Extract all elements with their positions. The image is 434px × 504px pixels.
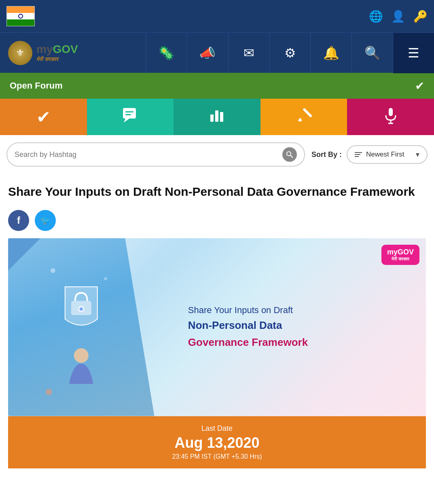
tabs-bar: ✔: [0, 99, 434, 135]
india-flag: [6, 6, 35, 26]
search-box: [6, 142, 305, 167]
article-image: Share Your Inputs on Draft Non-Personal …: [8, 238, 426, 416]
check-icon: ✔: [36, 107, 51, 127]
nav-bell-icon[interactable]: 🔔: [310, 33, 351, 73]
top-bar: 🌐 👤 🔑: [0, 0, 434, 32]
last-date-time: 23:45 PM IST (GMT +5.30 Hrs): [16, 453, 418, 460]
add-user-icon[interactable]: 👤: [391, 10, 405, 23]
sort-label: Sort By :: [311, 150, 342, 159]
dropdown-chevron-icon: ▾: [416, 150, 419, 159]
search-submit-icon[interactable]: [282, 147, 297, 162]
svg-point-18: [104, 277, 107, 280]
content-area: Share Your Inputs on Draft Non-Personal …: [0, 174, 434, 478]
search-input[interactable]: [15, 150, 282, 159]
svg-point-17: [51, 268, 55, 273]
sort-section: Sort By : Newest First ▾: [311, 145, 428, 164]
pencil-icon: [295, 106, 313, 128]
svg-marker-1: [124, 119, 129, 123]
svg-rect-2: [125, 111, 133, 112]
emblem-icon: ⚜: [8, 41, 32, 65]
mygov-logo[interactable]: myGOV मेरी सरकार: [36, 43, 78, 63]
forum-chevron-icon: ✔: [415, 79, 424, 93]
sort-lines-icon: [355, 152, 362, 157]
nav-bar: ⚜ myGOV मेरी सरकार 🦠 📣 ✉ ⚙ 🔔 🔍 ☰: [0, 32, 434, 73]
chart-icon: [208, 106, 226, 128]
facebook-icon: f: [17, 215, 20, 226]
svg-rect-7: [303, 108, 312, 117]
open-forum-label: Open Forum: [10, 80, 63, 91]
top-left-decor: [8, 238, 40, 271]
nav-covid-icon[interactable]: 🦠: [146, 33, 187, 73]
mygov-badge-text: myGOV: [387, 248, 414, 256]
key-icon[interactable]: 🔑: [413, 10, 428, 23]
tab-tasks[interactable]: ✔: [0, 99, 87, 135]
translate-icon[interactable]: 🌐: [369, 10, 383, 23]
svg-marker-8: [298, 118, 302, 121]
image-tagline-small: Share Your Inputs on Draft: [188, 305, 418, 316]
svg-rect-10: [389, 108, 393, 116]
nav-icons: 🦠 📣 ✉ ⚙ 🔔 🔍 ☰: [146, 33, 434, 73]
facebook-share-button[interactable]: f: [8, 210, 29, 231]
mygov-badge-subtext: मेरी सरकार: [387, 256, 414, 262]
tab-discussions[interactable]: [87, 99, 174, 135]
nav-announcement-icon[interactable]: 📣: [187, 33, 228, 73]
image-tagline-pink: Governance Framework: [188, 336, 418, 349]
tab-talks[interactable]: [347, 99, 434, 135]
nav-network-icon[interactable]: ⚙: [269, 33, 311, 73]
mic-icon: [382, 106, 400, 128]
svg-rect-4: [210, 114, 214, 122]
svg-rect-6: [220, 112, 223, 122]
sort-selected-value: Newest First: [366, 150, 412, 159]
image-tagline-bold: Non-Personal Data: [188, 319, 418, 332]
nav-search-icon[interactable]: 🔍: [351, 33, 393, 73]
social-icons: f 🐦: [8, 210, 426, 231]
top-icons: 🌐 👤 🔑: [369, 10, 428, 23]
last-date-value: Aug 13,2020: [16, 434, 418, 451]
article-title: Share Your Inputs on Draft Non-Personal …: [8, 184, 426, 200]
logo-section: ⚜ myGOV मेरी सरकार: [0, 41, 146, 65]
nav-menu-icon[interactable]: ☰: [393, 33, 434, 73]
sort-dropdown[interactable]: Newest First ▾: [347, 145, 428, 164]
gov-text: GOV: [53, 43, 78, 55]
svg-point-19: [46, 389, 52, 395]
svg-point-13: [287, 152, 291, 156]
svg-point-21: [80, 307, 83, 311]
svg-rect-0: [123, 108, 136, 119]
svg-rect-3: [125, 114, 131, 115]
open-forum-bar[interactable]: Open Forum ✔: [0, 73, 434, 99]
image-right-content: Share Your Inputs on Draft Non-Personal …: [188, 246, 418, 408]
svg-line-14: [290, 155, 293, 158]
svg-rect-5: [215, 110, 218, 122]
last-date-bar: Last Date Aug 13,2020 23:45 PM IST (GMT …: [8, 416, 426, 468]
chat-icon: [121, 106, 139, 128]
meri-sarkar-text: मेरी सरकार: [36, 56, 78, 63]
tab-blogs[interactable]: [260, 99, 347, 135]
search-sort-bar: Sort By : Newest First ▾: [0, 135, 434, 174]
last-date-label: Last Date: [16, 424, 418, 433]
tab-polls[interactable]: [174, 99, 260, 135]
svg-point-16: [74, 348, 89, 363]
twitter-share-button[interactable]: 🐦: [35, 210, 56, 231]
twitter-icon: 🐦: [40, 216, 51, 225]
my-text: my: [36, 43, 53, 55]
nav-mail-icon[interactable]: ✉: [228, 33, 269, 73]
mygov-badge: myGOV मेरी सरकार: [381, 245, 419, 265]
